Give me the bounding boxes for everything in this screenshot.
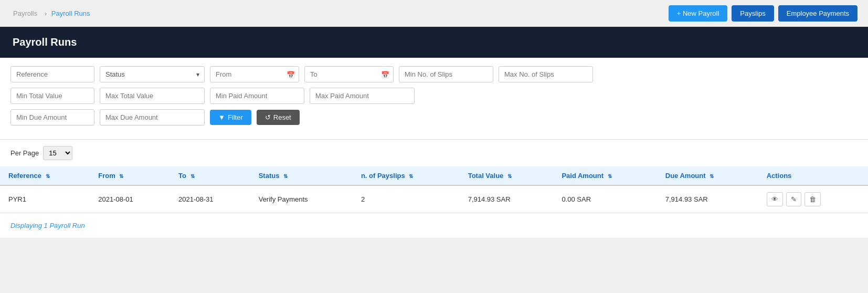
col-to[interactable]: To ⇅ <box>170 166 250 185</box>
filter-button-label: Filter <box>228 113 243 121</box>
table-body: PYR1 2021-08-01 2021-08-31 Verify Paymen… <box>0 185 868 213</box>
max-due-input[interactable] <box>100 109 205 125</box>
col-due-amount-label: Due Amount <box>665 172 706 180</box>
sort-paid-amount: ⇅ <box>608 173 612 179</box>
top-bar: Payrolls › Payroll Runs + New Payroll Pa… <box>0 0 868 27</box>
filter-row-3: ▼ Filter ↺ Reset <box>10 109 858 125</box>
page-title: Payroll Runs <box>13 36 77 48</box>
sort-total-value: ⇅ <box>507 173 512 179</box>
edit-icon: ✎ <box>791 195 797 203</box>
cell-total-value: 7,914.93 SAR <box>460 185 554 213</box>
pagination-row: Per Page 15 25 50 100 <box>0 140 868 166</box>
filter-row-2 <box>10 88 858 104</box>
col-status-label: Status <box>259 172 280 180</box>
cell-paid-amount: 0.00 SAR <box>553 185 657 213</box>
eye-icon: 👁 <box>771 195 778 203</box>
top-actions: + New Payroll Payslips Employee Payments <box>669 5 858 22</box>
view-button[interactable]: 👁 <box>767 192 783 206</box>
to-wrapper: 📅 <box>304 66 394 82</box>
breadcrumb-separator: › <box>45 9 49 17</box>
table-header: Reference ⇅ From ⇅ To ⇅ Status ⇅ n. of P… <box>0 166 868 185</box>
cell-reference: PYR1 <box>0 185 90 213</box>
col-from[interactable]: From ⇅ <box>90 166 170 185</box>
new-payroll-button[interactable]: + New Payroll <box>669 5 728 22</box>
to-input[interactable] <box>304 66 394 82</box>
col-payslips-label: n. of Payslips <box>361 172 405 180</box>
reference-input[interactable] <box>10 66 94 82</box>
table-container: Reference ⇅ From ⇅ To ⇅ Status ⇅ n. of P… <box>0 166 868 213</box>
col-paid-amount-label: Paid Amount <box>562 172 604 180</box>
breadcrumb: Payrolls › Payroll Runs <box>10 9 90 17</box>
cell-from: 2021-08-01 <box>90 185 170 213</box>
status-wrapper: Status <box>100 66 205 82</box>
cell-status: Verify Payments <box>250 185 353 213</box>
filter-section: Status 📅 📅 ▼ Filter ↺ Reset <box>0 58 868 140</box>
employee-payments-button[interactable]: Employee Payments <box>778 5 858 22</box>
cell-actions: 👁 ✎ 🗑 <box>758 185 868 213</box>
min-due-input[interactable] <box>10 109 94 125</box>
delete-button[interactable]: 🗑 <box>805 192 821 206</box>
reset-icon: ↺ <box>265 113 271 121</box>
payslips-button[interactable]: Payslips <box>732 5 774 22</box>
breadcrumb-parent: Payrolls <box>13 9 37 17</box>
col-payslips[interactable]: n. of Payslips ⇅ <box>353 166 460 185</box>
edit-button[interactable]: ✎ <box>786 192 801 206</box>
min-paid-input[interactable] <box>210 88 304 104</box>
per-page-select[interactable]: 15 25 50 100 <box>43 146 72 160</box>
cell-payslips: 2 <box>353 185 460 213</box>
col-total-value-label: Total Value <box>468 172 504 180</box>
filter-button[interactable]: ▼ Filter <box>210 110 251 125</box>
col-total-value[interactable]: Total Value ⇅ <box>460 166 554 185</box>
col-to-label: To <box>178 172 186 180</box>
trash-icon: 🗑 <box>809 195 816 203</box>
per-page-label: Per Page <box>10 149 39 157</box>
sort-to: ⇅ <box>190 173 195 179</box>
displaying-label: Displaying 1 Payroll Run <box>10 222 85 229</box>
table-row: PYR1 2021-08-01 2021-08-31 Verify Paymen… <box>0 185 868 213</box>
min-total-input[interactable] <box>10 88 94 104</box>
payroll-table: Reference ⇅ From ⇅ To ⇅ Status ⇅ n. of P… <box>0 166 868 213</box>
sort-from: ⇅ <box>119 173 123 179</box>
table-header-row: Reference ⇅ From ⇅ To ⇅ Status ⇅ n. of P… <box>0 166 868 185</box>
status-select[interactable]: Status <box>100 66 205 82</box>
col-reference[interactable]: Reference ⇅ <box>0 166 90 185</box>
col-status[interactable]: Status ⇅ <box>250 166 353 185</box>
cell-due-amount: 7,914.93 SAR <box>657 185 758 213</box>
col-from-label: From <box>98 172 115 180</box>
min-slips-input[interactable] <box>399 66 493 82</box>
displaying-text: Displaying 1 Payroll Run <box>0 213 868 238</box>
reset-button[interactable]: ↺ Reset <box>257 110 300 125</box>
sort-due-amount: ⇅ <box>710 173 714 179</box>
filter-icon: ▼ <box>218 113 225 121</box>
sort-status: ⇅ <box>283 173 288 179</box>
sort-payslips: ⇅ <box>409 173 413 179</box>
breadcrumb-current[interactable]: Payroll Runs <box>51 9 90 17</box>
max-slips-input[interactable] <box>499 66 593 82</box>
page-header: Payroll Runs <box>0 27 868 58</box>
col-actions: Actions <box>758 166 868 185</box>
max-paid-input[interactable] <box>310 88 415 104</box>
col-due-amount[interactable]: Due Amount ⇅ <box>657 166 758 185</box>
filter-row-1: Status 📅 📅 <box>10 66 858 82</box>
col-paid-amount[interactable]: Paid Amount ⇅ <box>553 166 657 185</box>
from-input[interactable] <box>210 66 299 82</box>
col-actions-label: Actions <box>767 172 792 180</box>
from-wrapper: 📅 <box>210 66 299 82</box>
reset-button-label: Reset <box>273 113 291 121</box>
cell-to: 2021-08-31 <box>170 185 250 213</box>
sort-reference: ⇅ <box>46 173 50 179</box>
max-total-input[interactable] <box>100 88 205 104</box>
col-reference-label: Reference <box>8 172 41 180</box>
